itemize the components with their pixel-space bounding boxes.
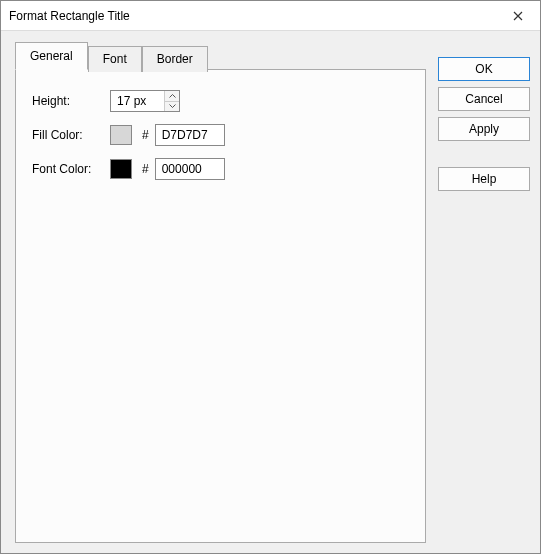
left-pane: General Font Border Height: Fill: [15, 43, 426, 543]
height-decrement[interactable]: [165, 101, 179, 112]
font-color-swatch[interactable]: [110, 159, 132, 179]
height-spinner: [110, 90, 180, 112]
fill-color-label: Fill Color:: [32, 128, 110, 142]
apply-button[interactable]: Apply: [438, 117, 530, 141]
tab-border[interactable]: Border: [142, 46, 208, 72]
dialog-window: Format Rectangle Title General Font Bord…: [0, 0, 541, 554]
row-font-color: Font Color: #: [32, 158, 409, 180]
height-increment[interactable]: [165, 91, 179, 101]
fill-color-input[interactable]: [155, 124, 225, 146]
row-fill-color: Fill Color: #: [32, 124, 409, 146]
font-color-input[interactable]: [155, 158, 225, 180]
cancel-button[interactable]: Cancel: [438, 87, 530, 111]
help-button[interactable]: Help: [438, 167, 530, 191]
row-height: Height:: [32, 90, 409, 112]
hash-symbol: #: [142, 128, 149, 142]
spinner-buttons: [164, 91, 179, 111]
dialog-body: General Font Border Height: Fill: [1, 31, 540, 553]
tabpanel-general: Height: Fill Color: #: [15, 69, 426, 543]
tab-font[interactable]: Font: [88, 46, 142, 72]
chevron-down-icon: [169, 104, 176, 108]
ok-button[interactable]: OK: [438, 57, 530, 81]
button-gap: [438, 147, 530, 161]
tab-general[interactable]: General: [15, 42, 88, 70]
font-color-label: Font Color:: [32, 162, 110, 176]
fill-color-swatch[interactable]: [110, 125, 132, 145]
button-column: OK Cancel Apply Help: [438, 43, 530, 543]
window-title: Format Rectangle Title: [9, 9, 496, 23]
tabstrip: General Font Border: [15, 44, 426, 70]
height-input[interactable]: [111, 91, 164, 111]
close-icon: [513, 11, 523, 21]
close-button[interactable]: [496, 1, 540, 31]
hash-symbol: #: [142, 162, 149, 176]
titlebar: Format Rectangle Title: [1, 1, 540, 31]
height-label: Height:: [32, 94, 110, 108]
chevron-up-icon: [169, 94, 176, 98]
